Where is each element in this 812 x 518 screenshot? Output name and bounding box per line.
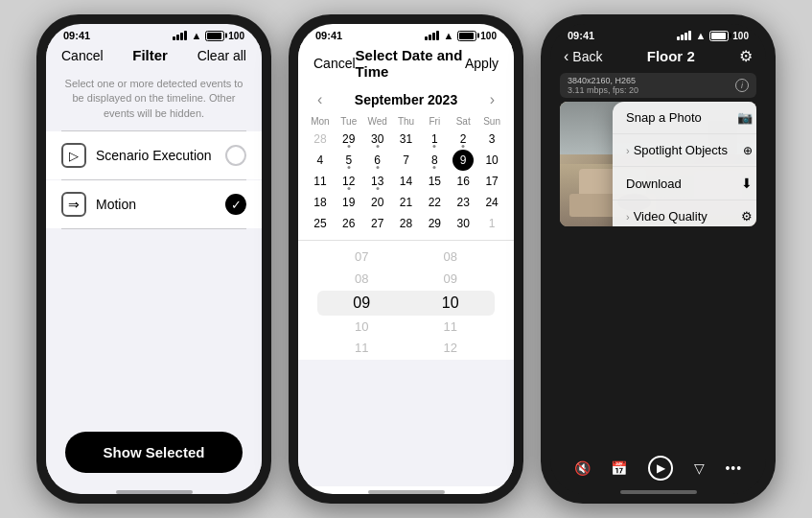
minute-item[interactable]: 08	[444, 247, 457, 269]
cal-day[interactable]: 30	[449, 213, 477, 234]
calendar-icon[interactable]: 📅	[611, 460, 627, 476]
video-info-bar: 3840x2160, H265 3.11 mbps, fps: 20 i	[560, 73, 756, 98]
calendar-week-3: 11 12 13 14 15 16 17	[306, 171, 506, 192]
cal-day[interactable]: 28	[392, 213, 421, 234]
list-item[interactable]: ⇒ Motion ✓	[46, 180, 262, 228]
p3-spacer	[550, 226, 766, 448]
back-button[interactable]: ‹ Back	[564, 48, 602, 65]
hour-selected[interactable]: 09	[353, 291, 370, 317]
cal-day[interactable]: 27	[363, 213, 392, 234]
cal-day[interactable]: 11	[306, 171, 335, 192]
hour-item[interactable]: 11	[355, 338, 368, 360]
motion-label: Motion	[96, 197, 216, 212]
cal-day[interactable]: 17	[477, 171, 506, 192]
cal-day[interactable]: 1	[420, 129, 449, 150]
cal-day[interactable]: 16	[449, 171, 477, 192]
minute-column[interactable]: 08 09 10 11 12	[406, 247, 496, 360]
motion-check[interactable]: ✓	[225, 194, 246, 215]
cal-day[interactable]: 3	[477, 129, 506, 150]
menu-item-quality[interactable]: › Video Quality ⚙	[613, 200, 756, 226]
cal-day[interactable]: 23	[449, 192, 477, 213]
cal-day[interactable]: 8	[420, 150, 449, 171]
hour-item[interactable]: 07	[355, 247, 368, 269]
cal-day[interactable]: 7	[392, 150, 421, 171]
minute-item[interactable]: 09	[444, 269, 457, 291]
status-icons-1: ▲ 100	[173, 30, 244, 41]
clear-all-button[interactable]: Clear all	[197, 48, 246, 63]
scenario-radio[interactable]	[225, 145, 246, 166]
filter-icon-ctrl[interactable]: ▽	[694, 460, 705, 476]
cancel-button[interactable]: Cancel	[61, 48, 104, 63]
cal-day[interactable]: 5	[335, 150, 363, 171]
cal-day[interactable]: 1	[477, 213, 506, 234]
quality-icon: ⚙	[741, 209, 753, 224]
play-button[interactable]: ▶	[648, 456, 673, 481]
phone-2-screen: 09:41 ▲ 100 Cancel Select Date and Time …	[298, 24, 514, 494]
time-picker[interactable]: 07 08 09 10 11 08 09 10 11 12	[298, 247, 514, 360]
status-icons-3: ▲ 100	[677, 30, 749, 41]
cal-day-9[interactable]: 9	[449, 150, 477, 171]
cal-day[interactable]: 25	[306, 213, 335, 234]
status-bar-1: 09:41 ▲ 100	[46, 24, 262, 43]
cal-day[interactable]: 13	[363, 171, 392, 192]
show-selected-button[interactable]: Show Selected	[65, 432, 243, 473]
cal-day[interactable]: 4	[306, 150, 335, 171]
phone-1: 09:41 ▲ 100 Cancel Filter Clear all Sele…	[36, 14, 271, 504]
wifi-icon-3: ▲	[695, 30, 706, 41]
cal-day[interactable]: 30	[363, 129, 392, 150]
p2-cancel-button[interactable]: Cancel	[313, 56, 356, 71]
next-month-button[interactable]: ›	[490, 91, 495, 108]
cal-day[interactable]: 15	[420, 171, 449, 192]
prev-month-button[interactable]: ‹	[317, 91, 322, 108]
battery-icon	[205, 31, 224, 41]
status-bar-2: 09:41 ▲ 100	[298, 24, 514, 43]
dow-fri: Fri	[420, 114, 449, 129]
minute-item[interactable]: 12	[444, 338, 457, 360]
p2-apply-button[interactable]: Apply	[465, 56, 499, 71]
menu-item-download[interactable]: Download ⬇	[613, 167, 756, 200]
cal-day[interactable]: 22	[420, 192, 449, 213]
p2-header: Cancel Select Date and Time Apply	[298, 43, 514, 87]
hour-item[interactable]: 10	[355, 317, 368, 339]
menu-item-snap[interactable]: Snap a Photo 📷	[613, 102, 756, 134]
hour-item[interactable]: 08	[355, 269, 368, 291]
minute-item[interactable]: 11	[444, 317, 457, 339]
cal-day[interactable]: 29	[420, 213, 449, 234]
cal-day[interactable]: 19	[335, 192, 363, 213]
bottom-controls: 🔇 📅 ▶ ▽ •••	[550, 448, 766, 486]
phone-2: 09:41 ▲ 100 Cancel Select Date and Time …	[289, 14, 523, 504]
cal-day[interactable]: 18	[306, 192, 335, 213]
spotlight-arrow: ›	[626, 145, 630, 156]
hour-column[interactable]: 07 08 09 10 11	[317, 247, 406, 360]
bottom-bar-1: Show Selected	[46, 422, 262, 486]
cal-day[interactable]: 24	[477, 192, 506, 213]
gear-icon[interactable]: ⚙	[739, 47, 753, 65]
battery-pct-2: 100	[480, 31, 497, 41]
volume-icon[interactable]: 🔇	[574, 460, 591, 476]
cal-day[interactable]: 26	[335, 213, 363, 234]
back-label[interactable]: Back	[572, 49, 602, 64]
cal-day[interactable]: 14	[392, 171, 421, 192]
cal-day[interactable]: 31	[392, 129, 421, 150]
cal-day[interactable]: 6	[363, 150, 392, 171]
cal-day[interactable]: 12	[335, 171, 363, 192]
cal-day[interactable]: 20	[363, 192, 392, 213]
video-area: Snap a Photo 📷 › Spotlight Objects ⊕ Dow…	[560, 102, 756, 226]
cal-day[interactable]: 10	[477, 150, 506, 171]
cal-day[interactable]: 21	[392, 192, 421, 213]
menu-item-spotlight[interactable]: › Spotlight Objects ⊕	[613, 134, 756, 167]
cal-day[interactable]: 2	[449, 129, 477, 150]
info-icon[interactable]: i	[735, 79, 749, 92]
calendar-week-5: 25 26 27 28 29 30 1	[306, 213, 506, 234]
minute-selected[interactable]: 10	[442, 291, 459, 317]
video-resolution: 3840x2160, H265 3.11 mbps, fps: 20	[568, 76, 638, 95]
download-label: Download	[626, 177, 682, 191]
list-item[interactable]: ▷ Scenario Execution	[46, 131, 262, 179]
more-icon[interactable]: •••	[725, 460, 742, 476]
time-3: 09:41	[568, 30, 594, 41]
battery-pct: 100	[228, 31, 244, 41]
dow-sun: Sun	[477, 114, 506, 129]
cal-day[interactable]: 28	[306, 129, 335, 150]
p1-header: Cancel Filter Clear all	[46, 43, 262, 71]
cal-day[interactable]: 29	[335, 129, 363, 150]
